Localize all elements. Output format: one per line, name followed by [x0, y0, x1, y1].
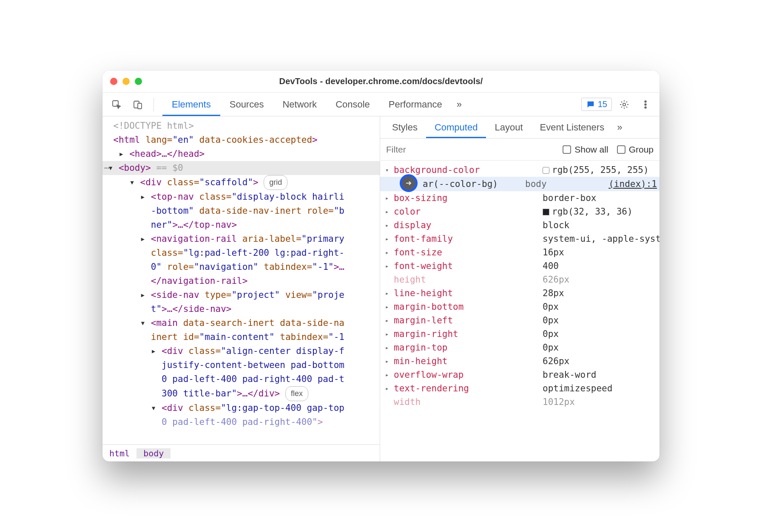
- dom-node[interactable]: t">…</side-nav>: [102, 302, 380, 316]
- tab-sources[interactable]: Sources: [220, 93, 273, 116]
- computed-row[interactable]: ▸box-sizingborder-box: [380, 191, 660, 205]
- tab-styles[interactable]: Styles: [384, 116, 426, 138]
- tab-event-listeners[interactable]: Event Listeners: [532, 116, 613, 138]
- dom-node[interactable]: inert id="main-content" tabindex="-1: [102, 330, 380, 344]
- color-swatch-icon[interactable]: [543, 209, 549, 215]
- crumb-html[interactable]: html: [102, 448, 136, 458]
- dom-node[interactable]: ▸ <side-nav type="project" view="proje: [102, 288, 380, 302]
- computed-row[interactable]: ▸margin-right0px: [380, 327, 660, 341]
- trace-source-link[interactable]: (index):1: [602, 177, 660, 191]
- dom-node[interactable]: 0 pad-left-400 pad-right-400">: [102, 415, 380, 429]
- computed-row[interactable]: ▸line-height28px: [380, 286, 660, 300]
- dom-node[interactable]: ▸ <navigation-rail aria-label="primary: [102, 232, 380, 246]
- tab-elements[interactable]: Elements: [162, 93, 220, 116]
- tab-network[interactable]: Network: [273, 93, 326, 116]
- window-title: DevTools - developer.chrome.com/docs/dev…: [102, 76, 660, 86]
- goto-source-icon[interactable]: [400, 174, 418, 192]
- tab-console[interactable]: Console: [326, 93, 379, 116]
- tab-more[interactable]: »: [613, 116, 626, 138]
- dom-node[interactable]: 0" role="navigation" tabindex="-1">…: [102, 260, 380, 274]
- dom-node[interactable]: <html lang="en" data-cookies-accepted>: [102, 133, 380, 147]
- chevron-right-icon[interactable]: ▸: [385, 368, 391, 382]
- tab-layout[interactable]: Layout: [486, 116, 531, 138]
- filter-input[interactable]: [386, 144, 471, 155]
- property-value: 0px: [543, 327, 660, 341]
- chevron-down-icon[interactable]: ▾: [385, 163, 391, 177]
- close-icon[interactable]: [110, 78, 117, 85]
- checkbox-icon[interactable]: [543, 167, 549, 174]
- dom-tree[interactable]: <!DOCTYPE html> <html lang="en" data-coo…: [102, 116, 380, 444]
- chevron-right-icon[interactable]: ▸: [385, 259, 391, 273]
- crumb-body[interactable]: body: [136, 448, 171, 458]
- computed-row[interactable]: ▸overflow-wrapbreak-word: [380, 368, 660, 382]
- computed-row[interactable]: ▸font-size16px: [380, 246, 660, 259]
- dom-node[interactable]: </navigation-rail>: [102, 274, 380, 288]
- chevron-right-icon[interactable]: ▸: [385, 246, 391, 259]
- chevron-right-icon[interactable]: ▸: [385, 218, 391, 232]
- breadcrumb: html body: [102, 444, 380, 461]
- dom-node[interactable]: ▾ <main data-search-inert data-side-na: [102, 316, 380, 330]
- chevron-right-icon[interactable]: ▸: [385, 314, 391, 327]
- computed-row[interactable]: ▸height626px: [380, 273, 660, 286]
- zoom-icon[interactable]: [135, 78, 142, 85]
- tab-computed[interactable]: Computed: [426, 116, 486, 138]
- property-name: line-height: [394, 286, 543, 300]
- chevron-right-icon[interactable]: ▸: [385, 232, 391, 246]
- device-toolbar-icon[interactable]: [129, 96, 147, 113]
- computed-row[interactable]: ▸min-height626px: [380, 354, 660, 368]
- property-name: font-weight: [394, 259, 543, 273]
- devtools-window: DevTools - developer.chrome.com/docs/dev…: [102, 71, 660, 461]
- dom-node[interactable]: 0 pad-left-400 pad-right-400 pad-t: [102, 372, 380, 386]
- titlebar: DevTools - developer.chrome.com/docs/dev…: [102, 71, 660, 93]
- gear-icon[interactable]: [615, 96, 633, 113]
- chevron-right-icon[interactable]: ▸: [385, 327, 391, 341]
- property-value: optimizespeed: [543, 382, 660, 395]
- computed-row[interactable]: ▸displayblock: [380, 218, 660, 232]
- property-name: background-color: [394, 163, 543, 177]
- computed-trace-row[interactable]: ar(--color-bg)body(index):1: [380, 177, 660, 191]
- dom-node[interactable]: ▸ <head>…</head>: [102, 147, 380, 161]
- dom-node[interactable]: 300 title-bar">…</div> flex: [102, 386, 380, 401]
- chevron-right-icon[interactable]: ▸: [385, 341, 391, 354]
- show-all-toggle[interactable]: Show all: [563, 144, 608, 155]
- computed-row[interactable]: ▸width1012px: [380, 395, 660, 409]
- trace-scope: body: [525, 177, 602, 191]
- chevron-right-icon[interactable]: ▸: [385, 286, 391, 300]
- dom-node[interactable]: ▸ <top-nav class="display-block hairli: [102, 190, 380, 204]
- issues-button[interactable]: 15: [581, 98, 612, 111]
- dom-node[interactable]: ner">…</top-nav>: [102, 218, 380, 232]
- property-value: 16px: [543, 246, 660, 259]
- group-label: Group: [629, 144, 654, 155]
- computed-list[interactable]: ▾background-colorrgb(255, 255, 255)ar(--…: [380, 161, 660, 461]
- computed-row[interactable]: ▾background-colorrgb(255, 255, 255): [380, 163, 660, 177]
- computed-row[interactable]: ▸colorrgb(32, 33, 36): [380, 205, 660, 218]
- chevron-right-icon[interactable]: ▸: [385, 191, 391, 205]
- chevron-right-icon[interactable]: ▸: [385, 382, 391, 395]
- dom-node[interactable]: <!DOCTYPE html>: [102, 119, 380, 133]
- minimize-icon[interactable]: [122, 78, 130, 85]
- dom-node[interactable]: ▾ <div class="scaffold"> grid: [102, 175, 380, 190]
- inspect-icon[interactable]: [108, 96, 125, 113]
- chevron-right-icon[interactable]: ▸: [385, 300, 391, 314]
- dom-node[interactable]: ▾ <div class="lg:gap-top-400 gap-top: [102, 401, 380, 415]
- tab-more[interactable]: »: [452, 93, 467, 116]
- dom-node[interactable]: ▸ <div class="align-center display-f: [102, 344, 380, 358]
- kebab-icon[interactable]: [637, 96, 654, 113]
- dom-node[interactable]: class="lg:pad-left-200 lg:pad-right-: [102, 246, 380, 260]
- dom-node[interactable]: justify-content-between pad-bottom: [102, 358, 380, 372]
- chevron-right-icon[interactable]: ▸: [385, 205, 391, 218]
- computed-row[interactable]: ▸margin-bottom0px: [380, 300, 660, 314]
- computed-row[interactable]: ▸font-familysystem-ui, -apple-syst: [380, 232, 660, 246]
- dom-node[interactable]: -bottom" data-side-nav-inert role="b: [102, 204, 380, 218]
- computed-row[interactable]: ▸margin-left0px: [380, 314, 660, 327]
- computed-row[interactable]: ▸font-weight400: [380, 259, 660, 273]
- property-name: margin-top: [394, 341, 543, 354]
- computed-row[interactable]: ▸margin-top0px: [380, 341, 660, 354]
- tab-performance[interactable]: Performance: [379, 93, 452, 116]
- property-value: rgb(32, 33, 36): [543, 205, 660, 218]
- property-value: 626px: [543, 273, 660, 286]
- chevron-right-icon[interactable]: ▸: [385, 354, 391, 368]
- group-toggle[interactable]: Group: [617, 144, 654, 155]
- computed-row[interactable]: ▸text-renderingoptimizespeed: [380, 382, 660, 395]
- dom-node-selected[interactable]: ⋯ ▾ <body> == $0: [102, 161, 380, 175]
